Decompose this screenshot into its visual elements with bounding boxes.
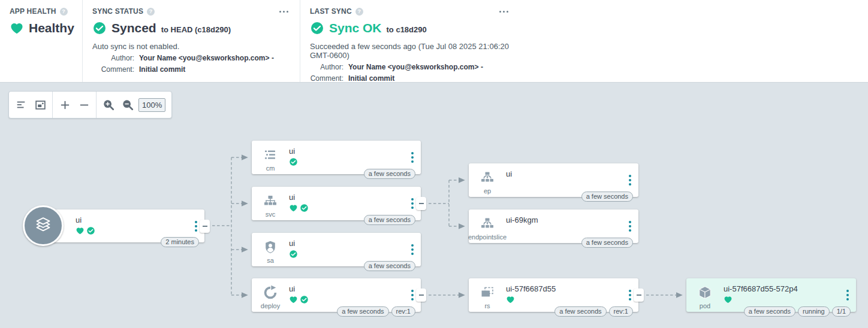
node-title: ui [289,284,404,293]
node-kind-label: svc [266,211,276,218]
app-health-label: APP HEALTH [10,7,56,16]
revision-badge: rev:1 [391,306,415,317]
app-health-status: Healthy [29,21,74,35]
node-title: ui-69kgm [506,215,622,224]
last-sync-status[interactable]: Sync OK [329,21,382,35]
zoom-level-input[interactable]: 100% [138,98,165,112]
graph-toolbar: 100% [8,91,172,119]
author-label: Author: [310,63,348,71]
revision-badge: rev:1 [609,306,633,317]
author-label: Author: [92,54,139,62]
collapse-handle[interactable] [634,288,644,302]
last-sync-note: Succeeded a few seconds ago (Tue Jul 08 … [310,42,510,60]
endpointslice-icon [476,215,499,233]
node-endpoints-ui[interactable]: ep ui a few seconds [469,163,638,197]
endpoints-icon [476,169,499,187]
synced-check-icon [86,226,95,235]
node-pod-ui-57f6687d55-572p4[interactable]: pod ui-57f6687d55-572p4 a few seconds ru… [686,278,856,312]
collapse-handle[interactable] [416,288,426,302]
sync-status-value[interactable]: Synced [111,21,156,35]
synced-check-icon [289,157,298,166]
application-layers-icon [23,205,64,246]
age-badge: a few seconds [554,306,606,317]
service-icon [259,192,282,210]
magnifier-plus-icon [103,99,114,111]
age-badge: a few seconds [364,215,415,225]
node-kind-label: deploy [261,302,280,309]
node-configmap-ui[interactable]: cm ui a few seconds [252,141,421,174]
author-value: Your Name <you@eksworkshop.com> - [139,54,274,62]
heart-icon [10,21,24,35]
node-application-ui[interactable]: ui 2 minutes [43,209,204,242]
magnifier-minus-icon [122,99,134,111]
age-badge: a few seconds [581,238,633,248]
age-badge: 2 minutes [161,237,199,247]
node-title: ui [76,215,188,224]
age-badge: a few seconds [364,261,415,271]
node-deployment-ui[interactable]: deploy ui a few seconds rev:1 [252,278,421,312]
synced-check-icon [92,21,107,35]
sync-status-section: SYNC STATUS Synced to HEAD (c18d290) Aut… [82,0,300,82]
collapse-handle[interactable] [200,220,210,233]
sync-status-menu-icon[interactable] [278,9,290,14]
last-sync-label: LAST SYNC [310,7,352,16]
node-kind-label: pod [700,302,710,309]
node-title: ui-57f6687d55 [506,284,622,293]
sync-ok-check-icon [310,21,324,35]
healthy-heart-icon [289,204,298,212]
phase-badge: running [798,306,830,317]
comment-label: Comment: [92,65,139,74]
node-kind-label: sa [267,257,274,264]
auto-sync-note: Auto sync is not enabled. [92,42,290,51]
node-title: ui [289,147,404,156]
age-badge: a few seconds [581,192,633,202]
header-spacer [520,0,868,82]
status-panel: APP HEALTH Healthy SYNC STATUS Synced to… [0,0,868,82]
minus-icon [79,100,89,110]
comment-value: Initial commit [139,65,185,74]
healthy-heart-icon [506,295,515,304]
ready-badge: 1/1 [832,306,851,317]
last-sync-section: LAST SYNC Sync OK to c18d290 Succeeded a… [300,0,520,82]
list-layout-icon [16,99,26,110]
node-serviceaccount-ui[interactable]: sa ui a few seconds [252,233,421,266]
help-icon[interactable] [355,8,363,16]
node-kind-label: cm [266,165,275,172]
synced-check-icon [289,250,298,259]
last-sync-menu-icon[interactable] [498,9,510,14]
serviceaccount-icon [259,238,282,256]
zoom-in-step-button[interactable] [55,95,74,115]
magnify-in-button[interactable] [99,95,118,115]
synced-check-icon [300,204,309,212]
age-badge: a few seconds [744,306,795,317]
magnify-out-button[interactable] [118,95,137,115]
fit-image-icon [35,99,46,111]
help-icon[interactable] [60,8,68,16]
configmap-icon [259,146,282,164]
sync-status-label: SYNC STATUS [92,7,143,16]
node-title: ui [289,193,404,202]
zoom-out-step-button[interactable] [74,95,94,115]
fit-to-view-button[interactable] [31,95,50,115]
pod-icon [694,284,716,302]
healthy-heart-icon [289,295,298,304]
comment-label: Comment: [310,74,348,83]
plus-icon [60,100,70,110]
healthy-heart-icon [724,295,733,304]
node-endpointslice-ui-69kgm[interactable]: endpointslice ui-69kgm a few seconds [469,209,638,243]
node-kind-label: rs [484,302,490,309]
comment-value: Initial commit [348,74,394,83]
age-badge: a few seconds [337,306,388,317]
node-replicaset-ui-57f6687d55[interactable]: rs ui-57f6687d55 a few seconds rev:1 [469,278,638,312]
healthy-heart-icon [76,226,85,235]
node-title: ui [506,169,622,178]
layout-list-button[interactable] [11,95,31,115]
sync-revision: to HEAD (c18d290) [161,25,231,34]
synced-check-icon [300,295,309,304]
node-service-ui[interactable]: svc ui a few seconds [252,187,421,220]
author-value: Your Name <you@eksworkshop.com> - [348,63,483,71]
collapse-handle[interactable] [416,197,426,210]
resource-tree-canvas[interactable]: 100% ui 2 minutes cm ui [0,82,868,328]
replicaset-icon [476,284,499,302]
help-icon[interactable] [147,8,155,16]
